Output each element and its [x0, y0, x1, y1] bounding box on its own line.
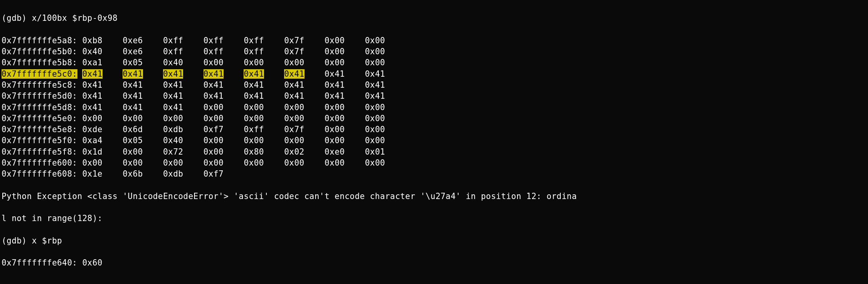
memory-address: 0x7fffffffe5c8: — [2, 80, 77, 90]
memory-byte: 0x41 — [244, 91, 264, 101]
memory-byte: 0x41 — [163, 91, 183, 101]
memory-byte: 0x02 — [284, 147, 304, 157]
memory-byte: 0x41 — [123, 69, 143, 79]
memory-byte: 0x00 — [365, 125, 385, 134]
memory-byte: 0x00 — [244, 136, 264, 145]
memory-byte: 0xe0 — [325, 147, 345, 157]
memory-byte: 0x41 — [325, 69, 345, 79]
memory-address: 0x7fffffffe5a8: — [2, 36, 77, 45]
memory-row: 0x7fffffffe5d8: 0x41 0x41 0x41 0x00 0x00… — [2, 102, 866, 113]
memory-row: 0x7fffffffe5e0: 0x00 0x00 0x00 0x00 0x00… — [2, 113, 866, 124]
memory-address: 0x7fffffffe608: — [2, 169, 77, 179]
memory-byte: 0x41 — [82, 103, 102, 112]
memory-byte: 0x1e — [82, 169, 102, 179]
memory-byte: 0x41 — [204, 69, 224, 79]
memory-byte: 0x00 — [325, 158, 345, 168]
memory-byte: 0xe6 — [123, 47, 143, 56]
gdb-command-2: (gdb) x $rbp — [2, 235, 866, 246]
memory-byte: 0x05 — [123, 58, 143, 67]
memory-byte: 0x1d — [82, 147, 102, 157]
memory-address: 0x7fffffffe5e8: — [2, 125, 77, 134]
memory-byte: 0x00 — [365, 47, 385, 56]
memory-row: 0x7fffffffe5c0: 0x41 0x41 0x41 0x41 0x41… — [2, 68, 866, 79]
memory-byte: 0x00 — [244, 158, 264, 168]
memory-byte: 0x00 — [204, 158, 224, 168]
memory-byte: 0xa4 — [82, 136, 102, 145]
memory-address: 0x7fffffffe5f0: — [2, 136, 77, 145]
memory-byte: 0x41 — [123, 80, 143, 90]
memory-byte: 0x00 — [123, 114, 143, 123]
memory-row: 0x7fffffffe600: 0x00 0x00 0x00 0x00 0x00… — [2, 157, 866, 168]
memory-byte: 0x00 — [325, 36, 345, 45]
memory-byte: 0x00 — [123, 158, 143, 168]
gdb-command-1: (gdb) x/100bx $rbp-0x98 — [2, 13, 866, 24]
memory-row: 0x7fffffffe5e8: 0xde 0x6d 0xdb 0xf7 0xff… — [2, 124, 866, 135]
memory-byte: 0x00 — [204, 114, 224, 123]
memory-row: 0x7fffffffe5f0: 0xa4 0x05 0x40 0x00 0x00… — [2, 135, 866, 146]
memory-byte: 0xff — [244, 36, 264, 45]
memory-byte: 0x41 — [123, 91, 143, 101]
memory-byte: 0x40 — [163, 136, 183, 145]
result-line: 0x7fffffffe640: 0x60 — [2, 257, 866, 268]
memory-byte: 0x6b — [123, 169, 143, 179]
memory-address: 0x7fffffffe5e0: — [2, 114, 77, 123]
memory-byte: 0x00 — [325, 114, 345, 123]
memory-byte: 0xf7 — [204, 169, 224, 179]
memory-byte: 0x41 — [123, 103, 143, 112]
memory-byte: 0xff — [163, 47, 183, 56]
memory-address: 0x7fffffffe5c0: — [2, 69, 77, 79]
memory-byte: 0xff — [204, 47, 224, 56]
memory-row: 0x7fffffffe5b8: 0xa1 0x05 0x40 0x00 0x00… — [2, 57, 866, 68]
memory-byte: 0x41 — [365, 69, 385, 79]
memory-byte: 0x41 — [163, 103, 183, 112]
memory-byte: 0xe6 — [123, 36, 143, 45]
memory-byte: 0x41 — [244, 80, 264, 90]
memory-byte: 0x00 — [325, 47, 345, 56]
memory-byte: 0xff — [204, 36, 224, 45]
memory-byte: 0x00 — [284, 103, 304, 112]
memory-address: 0x7fffffffe5d8: — [2, 103, 77, 112]
memory-byte: 0x7f — [284, 47, 304, 56]
memory-byte: 0x41 — [82, 91, 102, 101]
memory-row: 0x7fffffffe5c8: 0x41 0x41 0x41 0x41 0x41… — [2, 79, 866, 90]
memory-byte: 0x00 — [204, 136, 224, 145]
memory-byte: 0x00 — [244, 58, 264, 67]
memory-row: 0x7fffffffe5a8: 0xb8 0xe6 0xff 0xff 0xff… — [2, 35, 866, 46]
memory-byte: 0x6d — [123, 125, 143, 134]
memory-address: 0x7fffffffe5d0: — [2, 91, 77, 101]
memory-byte: 0x00 — [284, 136, 304, 145]
memory-byte: 0x41 — [365, 91, 385, 101]
memory-byte: 0x00 — [82, 114, 102, 123]
memory-byte: 0x41 — [325, 91, 345, 101]
memory-byte: 0x00 — [365, 36, 385, 45]
memory-byte: 0x00 — [325, 136, 345, 145]
memory-byte: 0x80 — [244, 147, 264, 157]
memory-address: 0x7fffffffe5f8: — [2, 147, 77, 157]
memory-address: 0x7fffffffe5b0: — [2, 47, 77, 56]
memory-byte: 0x00 — [365, 58, 385, 67]
memory-byte: 0x7f — [284, 125, 304, 134]
memory-byte: 0x00 — [284, 114, 304, 123]
memory-byte: 0x00 — [365, 103, 385, 112]
memory-byte: 0x05 — [123, 136, 143, 145]
memory-byte: 0xff — [163, 36, 183, 45]
memory-byte: 0x00 — [284, 158, 304, 168]
memory-byte: 0xde — [82, 125, 102, 134]
memory-byte: 0x41 — [244, 69, 264, 79]
memory-byte: 0xdb — [163, 169, 183, 179]
memory-byte: 0x41 — [204, 80, 224, 90]
memory-byte: 0x00 — [325, 125, 345, 134]
memory-byte: 0x00 — [365, 158, 385, 168]
memory-byte: 0x41 — [284, 69, 304, 79]
memory-byte: 0x41 — [284, 80, 304, 90]
memory-byte: 0x00 — [244, 114, 264, 123]
memory-byte: 0x7f — [284, 36, 304, 45]
exception-line-1: Python Exception <class 'UnicodeEncodeEr… — [2, 191, 866, 202]
memory-byte: 0x00 — [365, 136, 385, 145]
memory-byte: 0x72 — [163, 147, 183, 157]
memory-byte: 0x00 — [204, 58, 224, 67]
memory-address: 0x7fffffffe600: — [2, 158, 77, 168]
memory-byte: 0x41 — [82, 80, 102, 90]
memory-byte: 0x41 — [204, 91, 224, 101]
memory-byte: 0xdb — [163, 125, 183, 134]
